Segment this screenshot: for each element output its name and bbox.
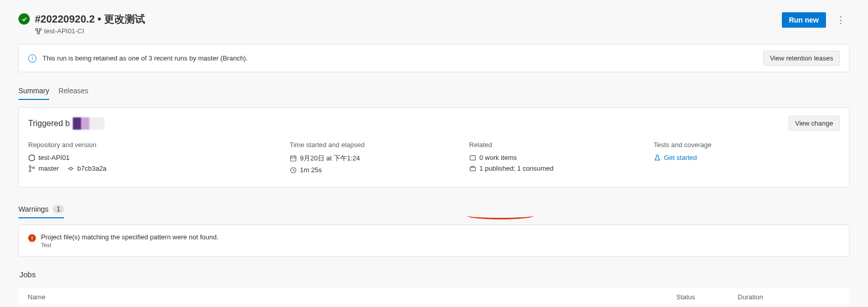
col-status: Status bbox=[676, 293, 738, 301]
svg-rect-11 bbox=[291, 156, 296, 161]
more-actions-button[interactable]: ⋮ bbox=[832, 13, 850, 27]
pipeline-name[interactable]: test-API01-CI bbox=[35, 27, 145, 35]
repo-version-heading: Repository and version bbox=[28, 141, 285, 149]
triggered-by-label: Triggered b bbox=[28, 117, 105, 130]
branch-icon bbox=[28, 165, 35, 172]
related-column: Related 0 work items 1 published; 1 cons… bbox=[469, 141, 649, 177]
title-block: #20220920.2 • 更改测试 test-API01-CI bbox=[18, 12, 145, 35]
branch-link[interactable]: master bbox=[38, 165, 59, 172]
svg-rect-1 bbox=[39, 28, 42, 30]
pipeline-icon bbox=[35, 28, 42, 35]
jobs-table-header: Name Status Duration bbox=[18, 288, 850, 306]
info-icon: i bbox=[28, 54, 36, 63]
tab-warnings[interactable]: Warnings 1 bbox=[18, 201, 64, 218]
get-started-link[interactable]: Get started bbox=[664, 154, 697, 161]
tab-summary[interactable]: Summary bbox=[18, 83, 49, 100]
repo-icon bbox=[28, 154, 35, 161]
retention-banner: i This run is being retained as one of 3… bbox=[18, 44, 850, 72]
work-items-link[interactable]: 0 work items bbox=[469, 154, 649, 161]
commit-icon bbox=[67, 165, 74, 172]
time-heading: Time started and elapsed bbox=[290, 141, 464, 149]
run-new-button[interactable]: Run new bbox=[782, 12, 826, 28]
artifact-icon bbox=[469, 165, 476, 172]
flask-icon bbox=[654, 154, 661, 161]
commit-link[interactable]: b7cb3a2a bbox=[77, 165, 107, 172]
repo-link[interactable]: test-API01 bbox=[28, 154, 285, 161]
warning-source: Test bbox=[41, 242, 218, 248]
tests-column: Tests and coverage Get started bbox=[654, 141, 840, 177]
artifacts-link[interactable]: 1 published; 1 consumed bbox=[469, 165, 649, 172]
tests-heading: Tests and coverage bbox=[654, 141, 840, 149]
summary-panel: Triggered b View change Repository and v… bbox=[18, 107, 850, 188]
svg-point-5 bbox=[29, 165, 31, 167]
warnings-panel: ! Project file(s) matching the specified… bbox=[18, 224, 850, 257]
annotation-underline bbox=[467, 212, 534, 219]
repo-version-column: Repository and version test-API01 master… bbox=[28, 141, 285, 177]
redacted-user bbox=[73, 117, 105, 130]
jobs-heading: Jobs bbox=[18, 270, 850, 279]
svg-point-8 bbox=[69, 167, 72, 170]
calendar-icon bbox=[290, 155, 297, 162]
tab-releases[interactable]: Releases bbox=[58, 83, 88, 100]
svg-line-17 bbox=[293, 170, 295, 171]
success-status-icon bbox=[18, 13, 30, 25]
jobs-section: Jobs Name Status Duration Agent job 1 Su… bbox=[18, 270, 850, 307]
warning-icon: ! bbox=[28, 234, 36, 242]
detail-columns: Repository and version test-API01 master… bbox=[28, 141, 840, 177]
tabs: Summary Releases bbox=[18, 83, 850, 100]
view-retention-leases-button[interactable]: View retention leases bbox=[763, 51, 840, 66]
clock-icon bbox=[290, 167, 297, 174]
workitem-icon bbox=[469, 154, 476, 161]
svg-rect-0 bbox=[36, 28, 38, 30]
col-name: Name bbox=[28, 293, 676, 301]
svg-rect-18 bbox=[470, 155, 476, 160]
warnings-tabs: Warnings 1 bbox=[18, 201, 850, 218]
col-duration: Duration bbox=[738, 293, 840, 301]
view-change-button[interactable]: View change bbox=[789, 116, 840, 131]
related-heading: Related bbox=[469, 141, 649, 149]
warnings-count-badge: 1 bbox=[53, 205, 65, 213]
retention-message: This run is being retained as one of 3 r… bbox=[43, 54, 248, 62]
start-time: 9月20日 at 下午1:24 bbox=[290, 154, 464, 163]
svg-rect-2 bbox=[37, 32, 39, 34]
header-actions: Run new ⋮ bbox=[782, 12, 850, 28]
svg-point-6 bbox=[29, 170, 31, 172]
warning-message: Project file(s) matching the specified p… bbox=[41, 233, 218, 241]
time-column: Time started and elapsed 9月20日 at 下午1:24… bbox=[290, 141, 464, 177]
pipeline-name-text: test-API01-CI bbox=[44, 27, 84, 35]
page-header: #20220920.2 • 更改测试 test-API01-CI Run new… bbox=[18, 12, 850, 35]
svg-rect-20 bbox=[470, 167, 476, 171]
run-title: #20220920.2 • 更改测试 bbox=[35, 12, 145, 26]
elapsed-time: 1m 25s bbox=[290, 166, 464, 174]
